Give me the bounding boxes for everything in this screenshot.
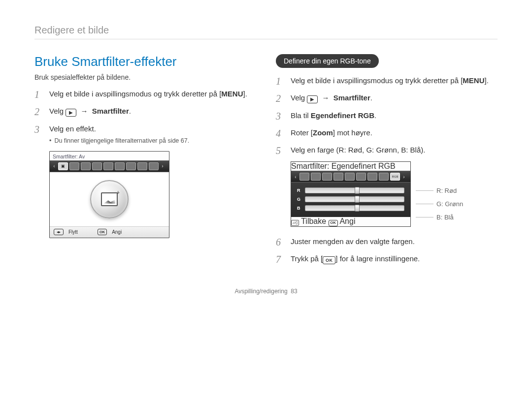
slider-thumb[interactable]: [355, 187, 360, 194]
step-text: Velg et bilde i avspillingsmodus og tryk…: [49, 90, 221, 98]
subsection-pill: Definere din egen RGB-tone: [276, 54, 379, 68]
step-text-tail: ].: [243, 90, 247, 98]
filter-tile[interactable]: [81, 162, 91, 170]
ok-icon: OK: [329, 220, 338, 226]
filter-tile[interactable]: [149, 162, 159, 170]
slider-b[interactable]: [305, 205, 404, 211]
filter-tile[interactable]: [345, 173, 355, 181]
chevron-right-icon[interactable]: ›: [160, 163, 165, 169]
page-footer: Avspilling/redigering 83: [34, 288, 498, 295]
step-number: 1: [276, 74, 281, 89]
step-item: 1 Velg et bilde i avspillingsmodus og tr…: [34, 88, 256, 99]
section-lead: Bruk spesialeffekter på bildene.: [34, 73, 256, 81]
arrow-icon: →: [320, 93, 333, 102]
step-number: 3: [276, 109, 281, 124]
move-label: Flytt: [68, 229, 78, 235]
rgb-sliders: R G B: [291, 183, 410, 217]
filter-tile[interactable]: [103, 162, 113, 170]
step-text: Velg: [291, 93, 307, 102]
slider-label-r: R: [297, 188, 302, 193]
step-text: Velg en effekt.: [49, 124, 96, 133]
step-text: Roter [: [291, 128, 313, 137]
menu-key: MENU: [463, 75, 484, 86]
slider-row-r: R: [297, 187, 404, 193]
zoom-label: Zoom: [313, 128, 333, 137]
breadcrumb: Redigere et bilde: [34, 25, 498, 39]
steps-list-right-after: 6 Juster mengden av den valgte fargen. 7…: [276, 236, 498, 265]
filter-tile[interactable]: [322, 173, 332, 181]
step-item: 3 Velg en effekt.: [34, 123, 256, 134]
filter-tile[interactable]: [356, 173, 366, 181]
filter-tile[interactable]: [115, 162, 125, 170]
move-lr-icon: ◂▸: [54, 229, 64, 235]
screen-bottom-bar: ▱▯ Tilbake OK Angi: [291, 217, 410, 226]
chevron-right-icon[interactable]: ›: [401, 174, 406, 180]
step-item: 5 Velg en farge (R: Rød, G: Grønn, B: Bl…: [276, 144, 498, 155]
slider-g[interactable]: [305, 196, 404, 202]
edit-icon: ▶: [307, 95, 318, 103]
left-column: Bruke Smartfilter-effekter Bruk spesiale…: [34, 54, 256, 270]
step-text-tail: .: [370, 93, 372, 102]
manual-page: Redigere et bilde Bruke Smartfilter-effe…: [0, 0, 532, 401]
slider-thumb[interactable]: [355, 205, 360, 212]
step-text: Bla til: [291, 111, 311, 120]
filter-tile[interactable]: [92, 162, 102, 170]
step-item: 2 Velg ▶ → Smartfilter.: [34, 105, 256, 117]
step-text-tail: .: [129, 107, 131, 115]
filter-strip: ‹ RGB ›: [291, 171, 410, 183]
filter-tile[interactable]: [333, 173, 343, 181]
picture-icon: [101, 192, 118, 206]
step-number: 2: [34, 104, 39, 120]
screen-preview: [50, 172, 169, 226]
step-text: Velg en farge (R: Rød, G: Grønn, B: Blå)…: [291, 146, 425, 154]
step-number: 4: [276, 126, 281, 141]
back-label: Tilbake: [301, 217, 326, 225]
step-item: 6 Juster mengden av den valgte fargen.: [276, 236, 498, 247]
step-item: 1 Velg et bilde i avspillingsmodus og tr…: [276, 75, 498, 86]
filter-tile[interactable]: [69, 162, 79, 170]
slider-label-g: G: [297, 197, 302, 202]
filter-tile[interactable]: [311, 173, 321, 181]
section-heading: Bruke Smartfilter-effekter: [34, 54, 256, 69]
step-number: 5: [276, 143, 281, 158]
footer-section: Avspilling/redigering: [234, 288, 287, 295]
slider-thumb[interactable]: [355, 196, 360, 203]
step-text-tail: .: [374, 111, 376, 120]
custom-rgb-label: Egendefinert RGB: [311, 111, 374, 120]
filter-tile-rgb[interactable]: RGB: [390, 173, 400, 181]
smartfilter-label: Smartfilter: [92, 107, 129, 115]
filter-tile[interactable]: [367, 173, 377, 181]
arrow-icon: →: [79, 107, 92, 115]
filter-tile[interactable]: [137, 162, 147, 170]
set-label: Angi: [112, 229, 122, 235]
screen-title: Smartfilter: Egendefinert RGB: [291, 162, 410, 171]
edit-icon: ▶: [66, 109, 76, 117]
chevron-left-icon[interactable]: ‹: [52, 163, 57, 169]
step-text: Velg: [49, 107, 66, 115]
step-text: Velg et bilde i avspillingsmodus og tryk…: [291, 76, 463, 85]
camera-screen-smartfilter: Smartfilter: Av ‹ ▣ ›: [49, 151, 169, 238]
smartfilter-label: Smartfilter: [333, 93, 370, 102]
steps-list-right: 1 Velg et bilde i avspillingsmodus og tr…: [276, 75, 498, 155]
filter-tile[interactable]: [126, 162, 136, 170]
preview-disc: [90, 180, 129, 218]
two-column-layout: Bruke Smartfilter-effekter Bruk spesiale…: [34, 54, 498, 270]
filter-tile[interactable]: [379, 173, 389, 181]
step-number: 7: [276, 252, 281, 267]
slider-r[interactable]: [305, 187, 404, 193]
step-number: 1: [34, 87, 39, 102]
step-text: Trykk på [: [291, 254, 323, 263]
filter-tile[interactable]: [299, 173, 309, 181]
filter-tile[interactable]: ▣: [58, 162, 68, 170]
ok-icon: OK: [323, 256, 335, 264]
chevron-left-icon[interactable]: ‹: [293, 174, 298, 180]
step-text-tail: ].: [485, 76, 489, 85]
rgb-legend: R: Rød G: Grønn B: Blå: [416, 161, 463, 226]
rgb-screen-row: Smartfilter: Egendefinert RGB ‹ RGB ›: [291, 161, 498, 226]
step-item: 2 Velg ▶ → Smartfilter.: [276, 92, 498, 103]
legend-b: B: Blå: [416, 214, 463, 221]
ok-icon: OK: [98, 229, 107, 235]
filter-strip: ‹ ▣ ›: [50, 160, 169, 172]
step-note: Du finner tilgjengelige filteralternativ…: [34, 137, 256, 144]
step-item: 4 Roter [Zoom] mot høyre.: [276, 127, 498, 138]
